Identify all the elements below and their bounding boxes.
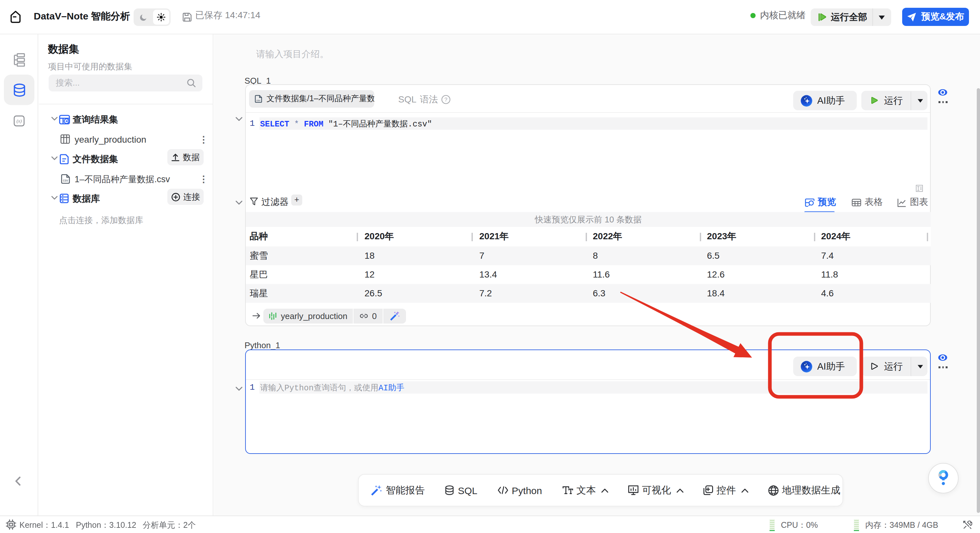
svg-text:(x): (x) bbox=[16, 118, 22, 124]
svg-text:csv: csv bbox=[63, 179, 68, 182]
svg-text:?: ? bbox=[444, 97, 447, 103]
svg-text:csv: csv bbox=[256, 99, 261, 102]
